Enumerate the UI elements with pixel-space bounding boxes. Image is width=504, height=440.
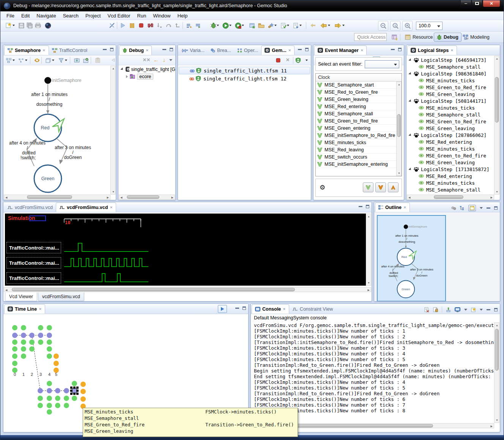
logical-step-event-row[interactable]: MSE_minutes_ticks: [406, 104, 494, 111]
initial-state-dot[interactable]: [44, 77, 51, 84]
horizontal-scrollbar[interactable]: ◀▶: [407, 195, 494, 200]
clock-row[interactable]: MSE_Red_leaving: [316, 146, 402, 154]
panel-minimize-icon[interactable]: [103, 49, 107, 50]
horizontal-scrollbar[interactable]: ◀▶: [119, 195, 175, 200]
clock-row[interactable]: MSE_initSemaphore_entering: [316, 161, 402, 168]
tab-logical-steps[interactable]: Logical Steps ✕: [407, 46, 457, 55]
layout-icon[interactable]: [5, 57, 13, 64]
refresh-icon[interactable]: [33, 57, 41, 64]
new-wizard-dropdown[interactable]: [13, 25, 15, 26]
zoom-level-select[interactable]: 100.0: [416, 22, 443, 30]
menu-help[interactable]: Help: [174, 12, 191, 20]
expanded-arrow-icon[interactable]: [408, 167, 412, 171]
menu-navigate[interactable]: Navigate: [33, 12, 59, 20]
timeline-event-dot[interactable]: [47, 354, 52, 359]
signal-waveform[interactable]: [64, 258, 148, 267]
gear-icon[interactable]: ⚙: [320, 184, 325, 192]
tab-gemoc[interactable]: Gem... ✕: [261, 46, 295, 55]
panel-minimize-icon[interactable]: [298, 49, 302, 50]
display-console-dropdown[interactable]: [464, 309, 467, 311]
step-green-button[interactable]: [363, 182, 373, 192]
timeline-event-dot[interactable]: [64, 396, 69, 401]
close-icon[interactable]: ✕: [361, 49, 364, 52]
thumbnail-view-button[interactable]: [468, 205, 476, 211]
timeline-event-dot[interactable]: [12, 368, 17, 373]
clock-row[interactable]: MSE_initSemaphore_to_Red_fire: [316, 132, 402, 139]
filter-icon[interactable]: [57, 57, 65, 64]
logical-step-row[interactable]: LogicalStep [508144171]: [406, 97, 494, 104]
arrange-icon[interactable]: [17, 57, 25, 64]
debug-tree-root[interactable]: single_traffic_light [G: [118, 66, 175, 73]
panel-maximize-icon[interactable]: [366, 205, 369, 208]
pin-view-icon[interactable]: [194, 22, 202, 29]
tab-timeline[interactable]: Time Line ✕: [4, 304, 45, 314]
timeline-event-dot[interactable]: [12, 361, 17, 366]
perspective-debug[interactable]: Debug: [434, 33, 461, 42]
tab-variables[interactable]: (x)= Varia...: [179, 46, 208, 55]
scroll-lock-icon[interactable]: [433, 307, 438, 312]
import-table-dropdown[interactable]: [299, 25, 302, 26]
logical-step-event-row[interactable]: MSE_Green_leaving: [406, 125, 494, 132]
open-console-dropdown[interactable]: [480, 309, 483, 311]
collapsed-arrow-icon[interactable]: [126, 75, 128, 78]
tab-breakpoints[interactable]: Brea...: [208, 46, 234, 55]
timeline-event-dot[interactable]: [12, 333, 17, 338]
clock-row[interactable]: MSE_switch_occurs: [316, 154, 402, 161]
clock-column-header[interactable]: Clock: [316, 74, 402, 82]
timeline-event-dot[interactable]: [38, 339, 43, 345]
expanded-arrow-icon[interactable]: [408, 58, 412, 61]
timeline-event-dot[interactable]: [55, 396, 60, 401]
vertical-scrollbar[interactable]: ▲▼: [494, 322, 499, 423]
copy-appearance-icon[interactable]: [44, 57, 52, 64]
close-icon[interactable]: ✕: [288, 49, 291, 52]
timeline-event-dot[interactable]: [54, 354, 59, 359]
panel-minimize-icon[interactable]: [487, 309, 490, 310]
skip-breakpoints-icon[interactable]: [108, 22, 116, 29]
open-perspective-icon[interactable]: [391, 33, 398, 41]
clock-row[interactable]: MSE_Semaphore_start: [316, 82, 402, 89]
tab-debug[interactable]: Debug ✕: [119, 46, 152, 55]
signal-label[interactable]: TrafficControl::mai...: [6, 257, 61, 269]
menu-project[interactable]: Project: [82, 12, 104, 20]
signal-label[interactable]: TrafficControl::mai...: [6, 242, 61, 253]
timeline-event-dot[interactable]: [80, 382, 86, 387]
logical-step-event-row[interactable]: MSE_Green_leaving: [406, 159, 494, 166]
vertical-scrollbar[interactable]: ▲▼: [396, 82, 402, 176]
timeline-event-dot[interactable]: [64, 403, 69, 408]
timeline-event-dot[interactable]: [55, 388, 60, 393]
clock-row[interactable]: MSE_Semaphore_stall: [316, 110, 402, 118]
timeline-event-dot[interactable]: [21, 333, 26, 338]
tab-constraint-view[interactable]: Constraint View: [289, 304, 336, 314]
logical-step-event-row[interactable]: MSE_Green_to_Red_fire: [406, 118, 494, 125]
checklist-icon[interactable]: [280, 22, 287, 29]
expanded-arrow-icon[interactable]: [408, 99, 412, 102]
back-dropdown[interactable]: [328, 25, 330, 26]
debug-launch-icon[interactable]: [209, 22, 217, 29]
timeline-event-dot[interactable]: [38, 325, 43, 330]
engine-row[interactable]: ⚙⚙ single_traffic_light.tfsm 11: [179, 67, 310, 74]
shield-icon[interactable]: [294, 57, 302, 64]
clear-console-icon[interactable]: [424, 307, 429, 312]
external-tools-icon[interactable]: [249, 22, 256, 29]
bottom-tab-vcdfromsimu[interactable]: vcdFromSimu.vcd: [38, 292, 84, 301]
signal-waveform[interactable]: [64, 273, 148, 282]
timeline-event-dot[interactable]: [29, 333, 35, 338]
step-back-icon[interactable]: ←: [153, 57, 159, 63]
panel-minimize-icon[interactable]: [391, 49, 395, 50]
close-icon[interactable]: ✕: [39, 307, 42, 311]
step-orange-down-button[interactable]: [375, 182, 386, 192]
panel-maximize-icon[interactable]: [170, 48, 173, 51]
back-icon[interactable]: [320, 22, 327, 29]
clock-row[interactable]: MSE_minutes_ticks: [316, 139, 402, 146]
layout-dropdown[interactable]: [13, 60, 15, 61]
panel-minimize-icon[interactable]: [235, 308, 239, 309]
logical-step-event-row[interactable]: MSE_Red_entering: [406, 173, 494, 179]
logical-step-event-row[interactable]: MSE_minutes_ticks: [406, 179, 494, 186]
menu-edit[interactable]: Edit: [18, 12, 33, 20]
timeline-event-dot[interactable]: [47, 339, 52, 345]
remove-terminated-icon[interactable]: ✕✕: [143, 57, 150, 63]
open-folder-icon[interactable]: [257, 22, 265, 29]
panel-maximize-icon[interactable]: [494, 308, 498, 311]
bottom-tab-vcd-viewer[interactable]: Vcd Viewer: [5, 292, 37, 301]
timeline-event-dot[interactable]: [38, 403, 43, 408]
